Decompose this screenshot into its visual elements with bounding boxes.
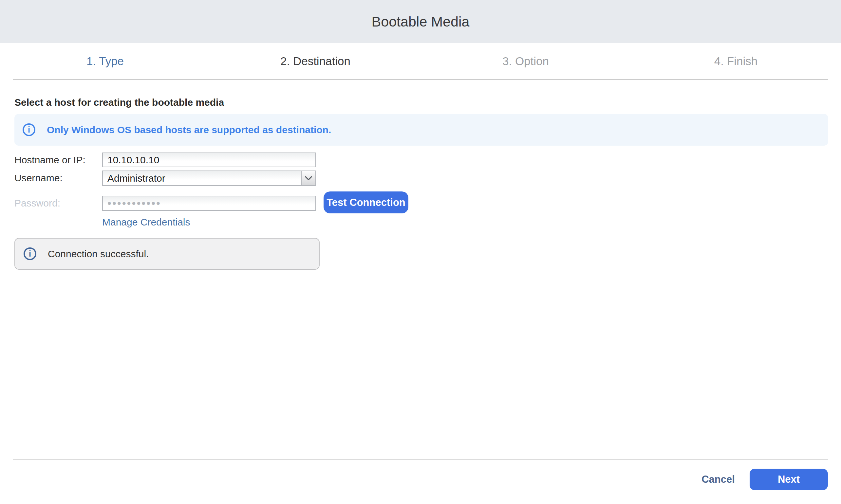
- chevron-down-icon[interactable]: [301, 171, 315, 185]
- step-finish-label: 4. Finish: [714, 55, 757, 68]
- step-option-label: 3. Option: [502, 55, 549, 68]
- step-finish: 4. Finish: [631, 43, 841, 79]
- cancel-button[interactable]: Cancel: [697, 469, 739, 490]
- password-label: Password:: [14, 196, 60, 211]
- notice-text: Only Windows OS based hosts are supporte…: [47, 124, 331, 136]
- notice-banner: i Only Windows OS based hosts are suppor…: [14, 114, 828, 146]
- hostname-input[interactable]: [102, 152, 316, 167]
- username-combobox-value[interactable]: Administrator: [103, 171, 301, 185]
- step-type-label: 1. Type: [86, 55, 124, 68]
- username-label: Username:: [14, 170, 63, 185]
- footer-divider: [13, 459, 828, 460]
- wizard-steps: 1. Type 2. Destination 3. Option 4. Fini…: [0, 43, 841, 79]
- password-input[interactable]: [102, 196, 316, 211]
- page-heading: Select a host for creating the bootable …: [14, 97, 224, 108]
- connection-status-message: Connection successful.: [48, 248, 149, 259]
- hostname-label: Hostname or IP:: [14, 152, 86, 167]
- step-destination: 2. Destination: [210, 43, 421, 79]
- dialog-title: Bootable Media: [372, 14, 470, 30]
- step-destination-label: 2. Destination: [280, 55, 350, 68]
- test-connection-button[interactable]: Test Connection: [323, 192, 408, 213]
- username-combobox[interactable]: Administrator: [102, 170, 316, 186]
- connection-status-box: i Connection successful.: [14, 238, 320, 270]
- step-type: 1. Type: [0, 43, 210, 79]
- steps-divider: [13, 79, 828, 80]
- step-option: 3. Option: [421, 43, 631, 79]
- dialog-header: Bootable Media: [0, 0, 841, 43]
- info-icon: i: [23, 123, 35, 136]
- next-button[interactable]: Next: [750, 469, 828, 490]
- info-icon: i: [23, 248, 36, 260]
- manage-credentials-link[interactable]: Manage Credentials: [102, 217, 190, 228]
